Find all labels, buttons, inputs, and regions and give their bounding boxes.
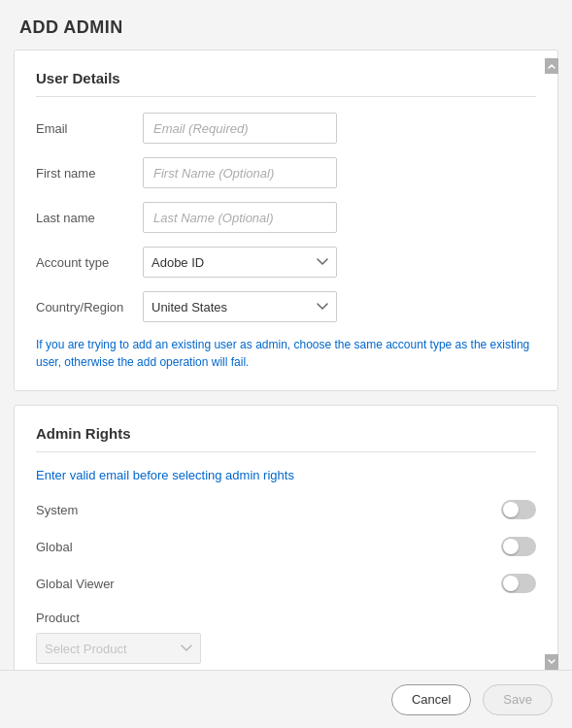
first-name-input[interactable] [143, 157, 337, 188]
country-label: Country/Region [36, 300, 143, 314]
email-input[interactable] [143, 113, 337, 144]
system-toggle-row: System [36, 500, 536, 519]
email-label: Email [36, 121, 143, 136]
scroll-down-arrow[interactable] [545, 654, 558, 670]
admin-rights-title: Admin Rights [36, 425, 536, 452]
last-name-input[interactable] [143, 202, 337, 233]
cancel-button[interactable]: Cancel [391, 684, 471, 715]
admin-hint-text: Enter valid email before selecting admin… [36, 468, 536, 482]
scroll-up-arrow[interactable] [545, 58, 558, 74]
user-details-card: User Details Email First name Last name … [14, 50, 558, 391]
account-type-select[interactable]: Adobe ID Enterprise ID Federated ID [143, 247, 337, 278]
system-toggle[interactable] [501, 500, 536, 519]
main-content: User Details Email First name Last name … [14, 50, 558, 680]
first-name-label: First name [36, 166, 143, 181]
global-viewer-toggle-row: Global Viewer [36, 574, 536, 593]
account-type-label: Account type [36, 255, 143, 270]
system-label: System [36, 503, 78, 517]
last-name-label: Last name [36, 211, 143, 225]
global-label: Global [36, 540, 73, 554]
last-name-row: Last name [36, 202, 536, 233]
footer: Cancel Save [0, 670, 572, 728]
global-viewer-toggle[interactable] [501, 574, 536, 593]
first-name-row: First name [36, 157, 536, 188]
admin-rights-card: Admin Rights Enter valid email before se… [14, 405, 558, 680]
global-viewer-label: Global Viewer [36, 577, 115, 591]
save-button[interactable]: Save [483, 684, 553, 715]
info-text: If you are trying to add an existing use… [36, 336, 536, 371]
global-toggle-row: Global [36, 537, 536, 556]
email-row: Email [36, 113, 536, 144]
account-type-row: Account type Adobe ID Enterprise ID Fede… [36, 247, 536, 278]
country-select[interactable]: United States Canada United Kingdom [143, 291, 337, 322]
country-row: Country/Region United States Canada Unit… [36, 291, 536, 322]
global-toggle[interactable] [501, 537, 536, 556]
user-details-title: User Details [36, 70, 536, 97]
product-select[interactable]: Select Product [36, 633, 201, 664]
product-label: Product [36, 611, 536, 625]
page-title: ADD ADMIN [0, 0, 572, 50]
product-section: Product Select Product [36, 611, 536, 664]
